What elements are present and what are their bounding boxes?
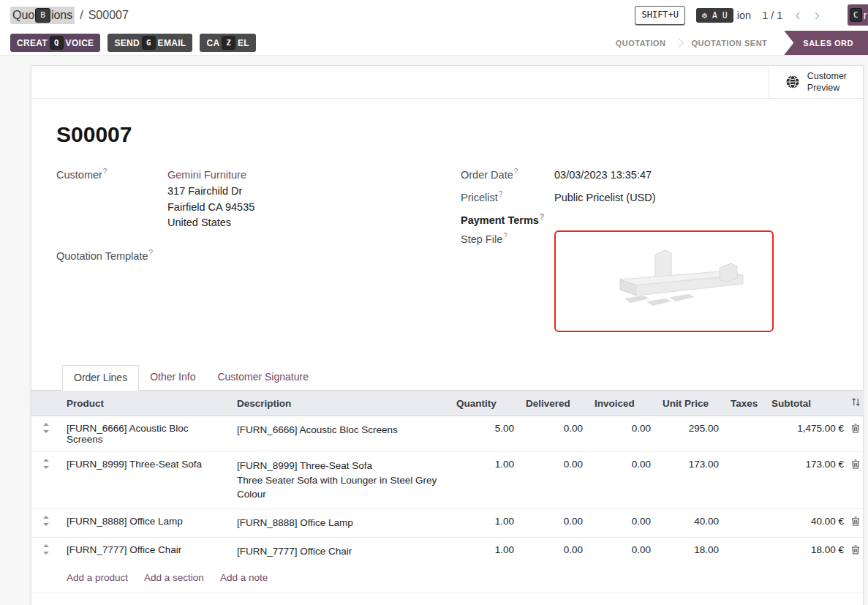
edge-button-label-fragment: r — [864, 10, 867, 21]
delete-line-trash-icon[interactable] — [851, 545, 860, 557]
order-date-field: Order Date? 03/03/2023 13:35:47 — [461, 168, 838, 184]
cell-quantity[interactable]: 1.00 — [450, 452, 520, 509]
cell-quantity[interactable]: 5.00 — [450, 416, 520, 452]
drag-handle-icon[interactable] — [31, 537, 61, 565]
add-section-link[interactable]: Add a section — [144, 572, 204, 583]
cell-product[interactable]: [FURN_6666] Acoustic Bloc Screens — [61, 416, 231, 452]
payment-terms-label: Payment Terms? — [461, 213, 554, 226]
cell-description[interactable]: [FURN_6666] Acoustic Bloc Screens — [231, 416, 450, 452]
drag-handle-icon[interactable] — [31, 509, 61, 538]
add-note-link[interactable]: Add a note — [220, 572, 268, 583]
address-line: United States — [167, 215, 254, 231]
gear-icon: ⚙ — [702, 10, 707, 20]
table-footer-links: Add a product Add a section Add a note — [31, 565, 863, 593]
cell-taxes[interactable] — [725, 416, 766, 452]
pricelist-field: Pricelist? Public Pricelist (USD) — [461, 190, 838, 206]
order-date-value[interactable]: 03/03/2023 13:35:47 — [554, 168, 652, 184]
cell-delivered[interactable]: 0.00 — [520, 509, 589, 538]
column-header-description: Description — [231, 391, 450, 416]
cell-unit-price[interactable]: 295.00 — [657, 416, 725, 452]
add-product-link[interactable]: Add a product — [67, 572, 128, 583]
cell-delivered[interactable]: 0.00 — [520, 416, 589, 452]
label-line: Customer — [807, 71, 847, 81]
cell-unit-price[interactable]: 40.00 — [657, 509, 725, 538]
notebook-tabs: Order Lines Other Info Customer Signatur… — [31, 365, 863, 391]
cell-unit-price[interactable]: 173.00 — [657, 452, 725, 509]
drag-handle-icon[interactable] — [31, 452, 61, 509]
column-header-quantity: Quantity — [450, 391, 520, 416]
cancel-button[interactable]: CA Z EL — [200, 34, 256, 52]
cell-subtotal: 40.00 € — [766, 509, 850, 538]
delete-line-trash-icon[interactable] — [851, 424, 860, 435]
optional-columns-toggle-icon[interactable] — [851, 397, 861, 409]
pricelist-label: Pricelist? — [461, 190, 554, 206]
tab-other-info[interactable]: Other Info — [139, 365, 206, 390]
help-marker: ? — [540, 213, 544, 221]
breadcrumb-separator: / — [80, 9, 83, 22]
cell-delivered[interactable]: 0.00 — [520, 537, 589, 565]
optional-columns-header — [850, 391, 864, 416]
cell-unit-price[interactable]: 18.00 — [657, 537, 725, 565]
quotation-template-field[interactable]: Quotation Template? — [56, 249, 461, 262]
cell-taxes[interactable] — [725, 509, 766, 538]
delete-line-trash-icon[interactable] — [851, 516, 860, 528]
status-bar: QUOTATION QUOTATION SENT SALES ORD — [606, 31, 868, 55]
customer-preview-label: Customer Preview — [807, 70, 847, 94]
topbar-controls: SHIFT+U ⚙ A U ion 1 / 1 ‹ › — [635, 6, 858, 24]
cell-delivered[interactable]: 0.00 — [520, 452, 589, 509]
status-step-quotation[interactable]: QUOTATION — [606, 39, 676, 48]
breadcrumb-quotations-link[interactable]: Quo B ions — [10, 7, 75, 24]
action-menu-label-fragment: ion — [737, 10, 751, 21]
cell-taxes[interactable] — [725, 537, 766, 565]
cell-invoiced[interactable]: 0.00 — [589, 452, 657, 509]
breadcrumb: Quo B ions / S00007 — [10, 7, 129, 24]
cell-invoiced[interactable]: 0.00 — [589, 416, 657, 452]
status-step-sales-order-active[interactable]: SALES ORD — [784, 31, 868, 55]
customer-value: Gemini Furniture 317 Fairchild Dr Fairfi… — [167, 168, 254, 231]
cell-product[interactable]: [FURN_8888] Office Lamp — [61, 509, 231, 538]
breadcrumb-current: S00007 — [88, 9, 129, 22]
send-email-button[interactable]: SEND G EMAIL — [107, 34, 192, 52]
cell-product[interactable]: [FURN_8999] Three-Seat Sofa — [61, 452, 231, 509]
field-column-right: Order Date? 03/03/2023 13:35:47 Pricelis… — [461, 168, 838, 339]
drag-handle-icon[interactable] — [31, 416, 61, 452]
cell-invoiced[interactable]: 0.00 — [589, 537, 657, 565]
column-header-taxes: Taxes — [725, 391, 766, 416]
cell-taxes[interactable] — [725, 452, 766, 509]
cell-quantity[interactable]: 1.00 — [450, 537, 520, 565]
customer-preview-button[interactable]: Customer Preview — [769, 66, 863, 98]
order-line-row[interactable]: [FURN_8999] Three-Seat Sofa [FURN_8999] … — [31, 452, 864, 509]
tab-customer-signature[interactable]: Customer Signature — [206, 365, 320, 390]
order-line-row[interactable]: [FURN_6666] Acoustic Bloc Screens [FURN_… — [31, 416, 864, 452]
action-menu-button[interactable]: ⚙ A U — [696, 8, 733, 23]
pricelist-value[interactable]: Public Pricelist (USD) — [554, 190, 656, 206]
action-buttons: CREAT Q VOICE SEND G EMAIL CA Z EL — [10, 31, 256, 55]
cell-description[interactable]: [FURN_8999] Three-Seat Sofa Three Seater… — [231, 452, 450, 509]
edge-create-button[interactable]: C r — [848, 4, 868, 26]
order-line-row[interactable]: [FURN_8888] Office Lamp [FURN_8888] Offi… — [31, 509, 864, 538]
tab-order-lines[interactable]: Order Lines — [62, 365, 139, 391]
shortcut-key-badge: A U — [712, 10, 728, 20]
status-step-quotation-sent[interactable]: QUOTATION SENT — [682, 39, 777, 48]
cell-subtotal: 173.00 € — [766, 452, 850, 509]
pager-previous-button[interactable]: ‹ — [793, 7, 801, 23]
step-file-image[interactable] — [554, 230, 774, 332]
column-header-invoiced: Invoiced — [589, 391, 657, 416]
pager-next-button[interactable]: › — [813, 7, 821, 23]
order-line-row[interactable]: [FURN_7777] Office Chair [FURN_7777] Off… — [31, 537, 864, 565]
sheet-footer: Terms and conditions... Total: 1,706.00 … — [31, 593, 863, 605]
create-invoice-button[interactable]: CREAT Q VOICE — [10, 34, 100, 52]
button-label-fragment: CA — [206, 38, 219, 48]
cell-product[interactable]: [FURN_7777] Office Chair — [61, 537, 231, 565]
delete-line-trash-icon[interactable] — [851, 459, 860, 471]
customer-link[interactable]: Gemini Furniture — [167, 169, 246, 181]
cell-description[interactable]: [FURN_7777] Office Chair — [231, 537, 450, 565]
cell-invoiced[interactable]: 0.00 — [589, 509, 657, 538]
customer-field: Customer? Gemini Furniture 317 Fairchild… — [56, 168, 461, 231]
cell-subtotal: 18.00 € — [766, 537, 850, 565]
column-header-delivered: Delivered — [520, 391, 589, 416]
label-line: Preview — [807, 83, 839, 93]
payment-terms-field[interactable]: Payment Terms? — [461, 213, 838, 226]
cell-description[interactable]: [FURN_8888] Office Lamp — [231, 509, 450, 538]
cell-quantity[interactable]: 1.00 — [450, 509, 520, 538]
